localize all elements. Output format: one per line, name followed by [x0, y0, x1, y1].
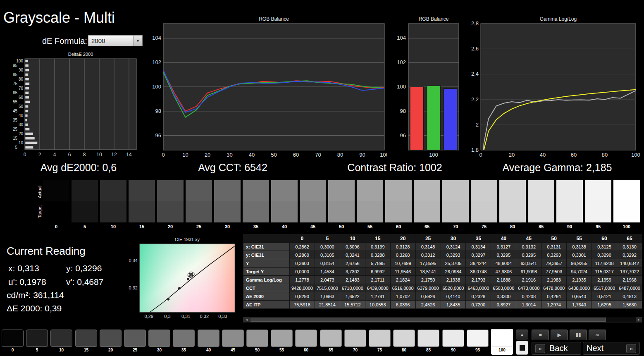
pause-button[interactable]: ▮▮: [570, 330, 587, 340]
next-label: Next: [587, 344, 603, 353]
loop-button[interactable]: ∞: [589, 330, 606, 340]
app-window: Grayscale - Multi dE Formula: 2000 ▼ Del…: [0, 0, 644, 356]
back-button[interactable]: « Back: [532, 342, 581, 355]
transport-panel: ▲ « Back Next » ■▶▮▮∞: [0, 0, 644, 356]
next-button[interactable]: Next »: [583, 342, 640, 355]
play-button[interactable]: ▶: [551, 330, 568, 340]
chevrons-right-icon: »: [626, 344, 636, 353]
loop-icon: ∞: [596, 332, 599, 338]
back-label: Back: [549, 344, 568, 353]
pause-icon: ▮▮: [575, 332, 581, 338]
play-icon: ▶: [557, 332, 561, 338]
chevrons-left-icon: «: [535, 344, 545, 353]
stop-icon: ■: [539, 332, 541, 338]
stop-square-icon: [520, 345, 525, 351]
expand-icon: ▲: [520, 332, 524, 337]
expand-button[interactable]: ▲: [516, 330, 528, 339]
stop-button[interactable]: ■: [532, 330, 549, 340]
stop-large-button[interactable]: [516, 341, 528, 355]
